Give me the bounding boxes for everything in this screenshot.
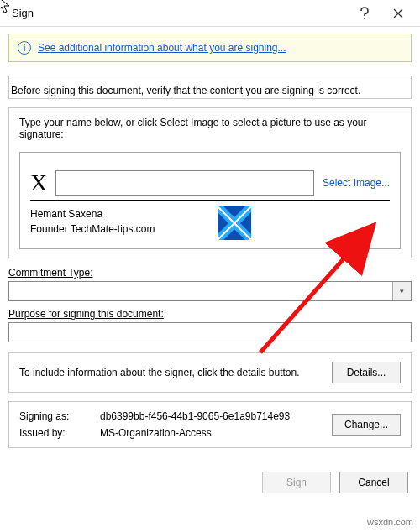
commitment-type-label: Commitment Type:: [8, 267, 412, 279]
close-icon: [393, 8, 403, 18]
sign-button[interactable]: Sign: [262, 472, 331, 493]
signature-area: X Select Image... Hemant Saxena Founder …: [19, 152, 401, 249]
signature-x-marker: X: [30, 170, 47, 196]
verify-panel: Before signing this document, verify tha…: [8, 76, 412, 99]
signing-as-panel: Signing as: db6399bb-f456-44b1-9065-6e1a…: [8, 401, 412, 448]
signer-name: Hemant Saxena: [30, 206, 155, 222]
signature-input[interactable]: [55, 170, 314, 196]
signing-as-value: db6399bb-f456-44b1-9065-6e1a9b714e93: [100, 410, 327, 422]
signer-title: Founder TechMate-tips.com: [30, 222, 155, 237]
purpose-label: Purpose for signing this document:: [8, 308, 412, 320]
signature-instruction: Type your name below, or click Select Im…: [19, 117, 401, 140]
signature-line: [30, 200, 390, 201]
svg-point-0: [364, 17, 365, 18]
close-button[interactable]: [381, 2, 415, 25]
verify-text: Before signing this document, verify tha…: [11, 85, 360, 96]
info-link[interactable]: See additional information about what yo…: [38, 42, 286, 54]
logo-icon: [218, 206, 251, 240]
details-button[interactable]: Details...: [332, 362, 401, 383]
issued-by-label: Issued by:: [19, 427, 95, 439]
issued-by-value: MS-Organization-Access: [100, 427, 327, 439]
titlebar: Sign: [0, 0, 420, 27]
signing-as-label: Signing as:: [19, 410, 95, 422]
cancel-button[interactable]: Cancel: [339, 472, 408, 493]
help-button[interactable]: [348, 2, 381, 25]
help-icon: [360, 7, 370, 20]
dialog-footer: Sign Cancel: [0, 463, 420, 503]
window-title: Sign: [12, 7, 348, 19]
details-panel: To include information about the signer,…: [8, 352, 412, 393]
watermark: wsxdn.com: [367, 517, 413, 527]
info-icon: i: [18, 41, 31, 55]
info-bar: i See additional information about what …: [8, 34, 412, 62]
change-button[interactable]: Change...: [332, 414, 401, 436]
details-text: To include information about the signer,…: [19, 367, 323, 378]
purpose-input[interactable]: [8, 322, 412, 342]
chevron-down-icon: ▾: [392, 282, 411, 300]
signature-panel: Type your name below, or click Select Im…: [8, 107, 412, 258]
commitment-type-select[interactable]: ▾: [8, 281, 412, 301]
select-image-link[interactable]: Select Image...: [323, 177, 390, 189]
